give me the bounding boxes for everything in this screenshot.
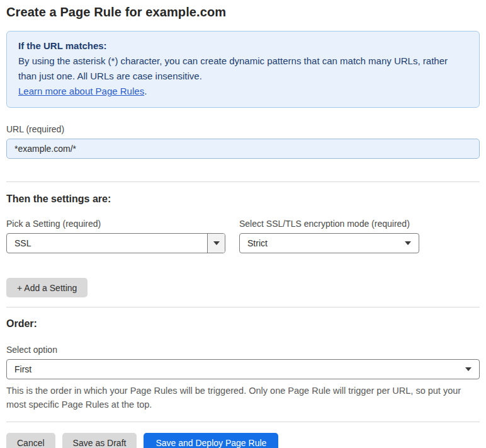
divider [6,181,480,182]
save-draft-button[interactable]: Save as Draft [62,433,137,448]
link-suffix-period: . [144,86,147,96]
dropdown-arrow [405,241,411,245]
caret-down-icon [465,367,472,371]
ssl-mode-group: Select SSL/TLS encryption mode (required… [239,219,419,253]
save-deploy-button[interactable]: Save and Deploy Page Rule [144,433,278,448]
learn-more-link[interactable]: Learn more about Page Rules [18,86,144,96]
dropdown-arrow [465,367,472,371]
order-value: First [7,364,465,374]
settings-row: Pick a Setting (required) SSL Select SSL… [6,219,480,253]
url-match-info-box: If the URL matches: By using the asteris… [6,31,480,108]
settings-section-heading: Then the settings are: [6,193,480,205]
pick-setting-label: Pick a Setting (required) [6,219,225,229]
url-field-label: URL (required) [6,124,480,134]
cancel-button[interactable]: Cancel [6,433,55,448]
order-dropdown[interactable]: First [6,359,480,379]
info-box-heading: If the URL matches: [18,38,468,54]
order-help-text: This is the order in which your Page Rul… [6,384,477,411]
ssl-mode-value: Strict [240,238,405,248]
caret-down-icon [405,241,411,245]
info-box-body: By using the asterisk (*) character, you… [18,54,468,84]
pick-setting-group: Pick a Setting (required) SSL [6,219,225,253]
divider [6,422,480,422]
url-input[interactable] [6,139,480,159]
add-setting-button[interactable]: + Add a Setting [6,278,88,297]
ssl-mode-dropdown[interactable]: Strict [239,233,419,253]
pick-setting-value: SSL [7,238,207,248]
dropdown-arrow-button[interactable] [207,234,225,253]
divider [6,307,480,307]
create-page-rule-panel: Create a Page Rule for example.com If th… [0,0,486,448]
ssl-mode-label: Select SSL/TLS encryption mode (required… [239,219,419,229]
caret-down-icon [213,241,220,245]
footer-actions: Cancel Save as Draft Save and Deploy Pag… [6,433,480,448]
order-select-label: Select option [6,345,480,355]
order-section-heading: Order: [6,318,480,330]
info-box-link-line: Learn more about Page Rules. [18,84,468,99]
order-select-group: Select option First [6,345,480,379]
pick-setting-dropdown[interactable]: SSL [6,233,225,253]
page-title: Create a Page Rule for example.com [6,5,480,20]
